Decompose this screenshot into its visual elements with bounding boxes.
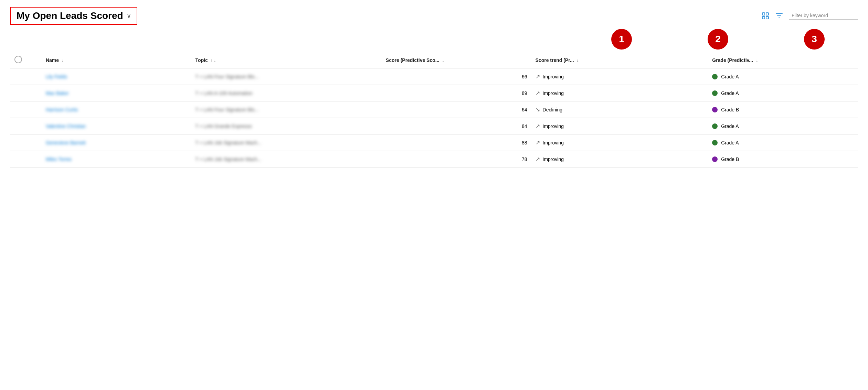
cell-grade: Grade A <box>708 134 858 151</box>
cell-trend: ↗Improving <box>531 118 708 134</box>
grade-dot-icon <box>712 90 718 96</box>
svg-rect-1 <box>766 13 769 15</box>
cell-score: 88 <box>382 134 531 151</box>
trend-down-arrow-icon: ↘ <box>536 106 540 113</box>
cell-name: Lily Fields <box>42 68 191 85</box>
col-header-topic[interactable]: Topic ↑ ↓ <box>191 52 382 68</box>
trend-label: Improving <box>543 90 564 96</box>
grade-dot-icon <box>712 74 718 79</box>
trend-sort-icon[interactable]: ↓ <box>576 58 579 63</box>
col-score-label: Score (Predictive Sco... <box>386 57 440 63</box>
header-row-tr: Name ↓ Topic ↑ ↓ Score (Predictive Sco..… <box>10 52 858 68</box>
cell-score: 89 <box>382 85 531 101</box>
annotations-row: 1 2 3 <box>10 29 858 50</box>
cell-trend: ↗Improving <box>531 134 708 151</box>
grade-sort-icon[interactable]: ↓ <box>756 58 758 63</box>
col-trend-label: Score trend (Pr... <box>536 57 574 63</box>
cell-grade: Grade B <box>708 101 858 118</box>
header-row: My Open Leads Scored ∨ <box>10 7 858 25</box>
cell-trend: ↘Declining <box>531 101 708 118</box>
cell-checkbox <box>10 151 42 167</box>
col-header-checkbox <box>10 52 42 68</box>
cell-grade: Grade A <box>708 68 858 85</box>
col-grade-label: Grade (Predictiv... <box>712 57 753 63</box>
name-sort-icon[interactable]: ↓ <box>62 58 64 63</box>
page-title: My Open Leads Scored <box>17 10 123 21</box>
trend-label: Declining <box>543 107 563 112</box>
cell-topic: T + LAN Four Signature Blo... <box>191 101 382 118</box>
cell-name: Genevieve Barnett <box>42 134 191 151</box>
cell-topic: T + LAN Job Signature Mach... <box>191 134 382 151</box>
grade-dot-icon <box>712 140 718 145</box>
bubble-3-spacer: 3 <box>776 29 852 50</box>
grade-dot-icon <box>712 156 718 162</box>
cell-name: Harrison Curtis <box>42 101 191 118</box>
filter-keyword-input[interactable] <box>789 11 858 20</box>
title-chevron-icon: ∨ <box>127 12 131 20</box>
cell-name: Miles Torres <box>42 151 191 167</box>
grade-label: Grade A <box>721 123 739 129</box>
lead-name-link[interactable]: Lily Fields <box>46 74 67 79</box>
header-checkbox[interactable] <box>14 56 22 63</box>
lead-name-link[interactable]: Genevieve Barnett <box>46 140 86 145</box>
cell-checkbox <box>10 68 42 85</box>
topic-value: T + LAN Four Signature Blo... <box>195 74 259 79</box>
trend-label: Improving <box>543 74 564 79</box>
trend-up-arrow-icon: ↗ <box>536 123 540 129</box>
trend-label: Improving <box>543 123 564 129</box>
topic-value: T + LAN A-100 Automation <box>195 90 253 96</box>
topic-sort-icon[interactable]: ↑ ↓ <box>211 58 216 63</box>
filter-button[interactable] <box>775 12 783 20</box>
bubble-1-spacer: 1 <box>584 29 659 50</box>
cell-name: Max Baker <box>42 85 191 101</box>
bubble-2-spacer: 2 <box>673 29 763 50</box>
svg-rect-3 <box>766 17 769 19</box>
cell-score: 84 <box>382 118 531 134</box>
cell-topic: T + LAN Four Signature Blo... <box>191 68 382 85</box>
lead-name-link[interactable]: Harrison Curtis <box>46 107 78 112</box>
cell-score: 66 <box>382 68 531 85</box>
cell-score: 64 <box>382 101 531 118</box>
cell-trend: ↗Improving <box>531 85 708 101</box>
column-settings-button[interactable] <box>761 12 770 20</box>
table-row: Genevieve BarnettT + LAN Job Signature M… <box>10 134 858 151</box>
col-header-grade[interactable]: Grade (Predictiv... ↓ <box>708 52 858 68</box>
col-header-trend[interactable]: Score trend (Pr... ↓ <box>531 52 708 68</box>
trend-up-arrow-icon: ↗ <box>536 156 540 162</box>
cell-topic: T + LAN A-100 Automation <box>191 85 382 101</box>
svg-rect-2 <box>762 17 765 19</box>
lead-name-link[interactable]: Max Baker <box>46 90 69 96</box>
score-sort-icon[interactable]: ↓ <box>442 58 444 63</box>
lead-name-link[interactable]: Miles Torres <box>46 156 72 162</box>
topic-value: T + LAN Grande Expresso <box>195 123 252 129</box>
cell-score: 78 <box>382 151 531 167</box>
col-header-score[interactable]: Score (Predictive Sco... ↓ <box>382 52 531 68</box>
table-row: Valentine ChristianT + LAN Grande Expres… <box>10 118 858 134</box>
header-controls <box>761 11 858 20</box>
trend-label: Improving <box>543 156 564 162</box>
cell-checkbox <box>10 118 42 134</box>
table-wrapper: Name ↓ Topic ↑ ↓ Score (Predictive Sco..… <box>10 52 858 167</box>
grade-label: Grade B <box>721 156 739 162</box>
cell-grade: Grade B <box>708 151 858 167</box>
trend-up-arrow-icon: ↗ <box>536 90 540 96</box>
grade-dot-icon <box>712 123 718 129</box>
cell-topic: T + LAN Grande Expresso <box>191 118 382 134</box>
grade-label: Grade A <box>721 74 739 79</box>
table-header: Name ↓ Topic ↑ ↓ Score (Predictive Sco..… <box>10 52 858 68</box>
page-container: My Open Leads Scored ∨ <box>0 0 868 174</box>
lead-name-link[interactable]: Valentine Christian <box>46 123 86 129</box>
table-body: Lily FieldsT + LAN Four Signature Blo...… <box>10 68 858 167</box>
title-container[interactable]: My Open Leads Scored ∨ <box>10 7 137 25</box>
cell-trend: ↗Improving <box>531 151 708 167</box>
topic-value: T + LAN Job Signature Mach... <box>195 140 262 145</box>
topic-value: T + LAN Job Signature Mach... <box>195 156 262 162</box>
leads-table: Name ↓ Topic ↑ ↓ Score (Predictive Sco..… <box>10 52 858 167</box>
col-topic-label: Topic <box>195 57 208 63</box>
grade-label: Grade A <box>721 90 739 96</box>
cell-name: Valentine Christian <box>42 118 191 134</box>
cell-checkbox <box>10 134 42 151</box>
topic-value: T + LAN Four Signature Blo... <box>195 107 259 112</box>
col-header-name[interactable]: Name ↓ <box>42 52 191 68</box>
annotation-bubble-2: 2 <box>708 29 728 50</box>
